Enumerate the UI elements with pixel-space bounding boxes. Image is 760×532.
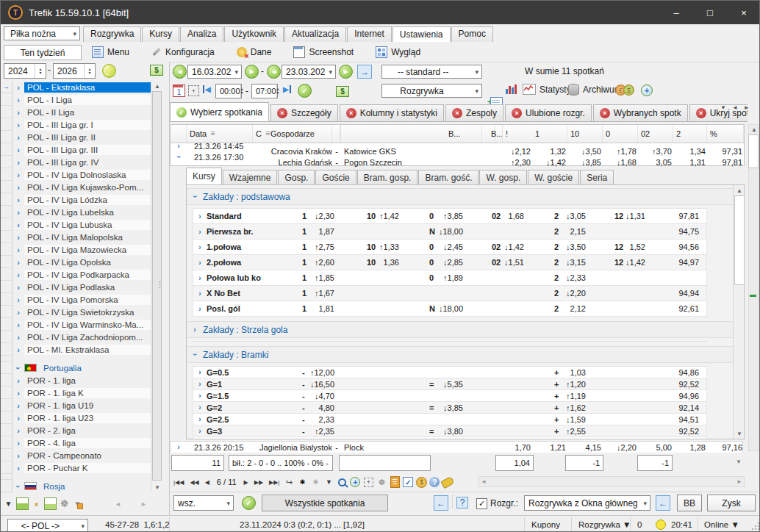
odds-row[interactable]: › X No Bet 1↑1,67 2↓2,20 94,94 xyxy=(193,286,707,301)
league-list-item[interactable]: › xyxy=(1,474,151,480)
category-select[interactable]: Rozgrywka ▾ xyxy=(381,84,482,98)
chevron-right-icon[interactable]: › xyxy=(12,345,24,354)
league-list-item[interactable]: › POL - I Liga xyxy=(1,93,151,106)
league-list-item[interactable]: › POL - IV Liga Lubelska xyxy=(1,206,151,218)
view-tab[interactable]: ✓ Wybierz spotkania xyxy=(170,102,269,121)
horizontal-scrollbar[interactable]: ◄ ► xyxy=(478,476,745,487)
row-chevron-icon[interactable]: › xyxy=(193,228,207,236)
time-start-icon[interactable]: ◀ xyxy=(203,85,211,93)
league-list-item[interactable]: › POR - 1. liga xyxy=(1,374,151,387)
coins-icon[interactable]: € $ xyxy=(615,85,634,96)
scroll-right-icon[interactable]: ► xyxy=(736,478,742,485)
match-row[interactable]: › 21.3.26 17:30 Lechia Gdańsk - Pogon Sz… xyxy=(171,154,744,165)
menu-tab[interactable]: Użytkownik xyxy=(224,26,284,42)
coins-icon[interactable]: $ xyxy=(415,476,427,488)
view-tab[interactable]: × Szczegóły xyxy=(270,104,338,121)
country-nav-select[interactable]: <- POL -> ▾ xyxy=(7,519,88,532)
detail-subtab[interactable]: Bram. gość. xyxy=(418,170,478,184)
spinner-arrows-icon[interactable]: ▴▾ xyxy=(240,85,243,98)
league-list-item[interactable]: › POL - MI. Ekstraklasa xyxy=(1,343,151,356)
detail-subtab[interactable]: Bram. gosp. xyxy=(357,170,418,184)
match-row[interactable]: › 21.3.26 14:45 Cracovia Kraków - Katowi… xyxy=(171,143,744,154)
chevron-right-icon[interactable]: › xyxy=(12,121,24,129)
detail-subtab[interactable]: Kursy xyxy=(186,168,222,184)
scroll-up-icon[interactable]: ▲ xyxy=(734,185,745,195)
apply-time-button[interactable]: ✓ xyxy=(298,84,312,98)
league-list-item[interactable]: › POL - IV Liga Opolska xyxy=(1,256,151,268)
chevron-right-icon[interactable]: › xyxy=(12,170,24,179)
chevron-right-icon[interactable]: › xyxy=(12,220,24,229)
view-tab[interactable]: × Wybranych spotk xyxy=(593,104,688,121)
chevron-right-icon[interactable]: › xyxy=(12,270,24,279)
close-button[interactable]: × xyxy=(727,1,760,24)
panel-layout-icon[interactable] xyxy=(16,497,29,510)
date-prev-button[interactable]: ◀ xyxy=(173,65,187,79)
league-list-item[interactable]: › POR - 2. liga xyxy=(1,424,151,436)
scroll-up-icon[interactable]: ▲ xyxy=(748,124,760,134)
scroll-left-icon[interactable]: ◄ xyxy=(481,478,487,485)
spinner-arrows-icon[interactable]: ▴▾ xyxy=(35,64,46,78)
league-list-item[interactable]: › POL - IV Liga Podlaska xyxy=(1,281,151,293)
send-left-button-2[interactable]: ← xyxy=(656,495,670,511)
time-end-icon[interactable]: ▶ xyxy=(283,85,291,93)
league-list-item[interactable]: › POL - IV Liga Mazowiecka xyxy=(1,243,151,256)
odds-row[interactable]: › G=1 -↓16,50 =↓5,35 +↑1,20 92,52 xyxy=(193,378,707,390)
menu-tab[interactable]: Ustawienia xyxy=(392,26,451,42)
balance-field[interactable]: bił.: 2 - 0 - 0 .. 100% - 0% - xyxy=(229,455,333,471)
odds-row[interactable]: › G=1.5 -↓4,70 +↑1,19 94,96 xyxy=(193,390,707,402)
tab-menu-icon[interactable]: ▼ xyxy=(720,104,726,111)
view-tab[interactable]: × Ulubione rozgr. xyxy=(505,104,592,121)
row-chevron-icon[interactable]: › xyxy=(193,274,207,282)
row-chevron-icon[interactable]: › xyxy=(193,290,207,298)
online-status[interactable]: Online ▼ xyxy=(704,516,739,532)
clipboard-icon[interactable] xyxy=(389,476,401,488)
row-chevron-icon[interactable]: › xyxy=(193,243,207,251)
menu-tab[interactable]: Rozgrywka xyxy=(83,26,141,42)
pager-left-icon[interactable]: ◄ xyxy=(115,500,121,508)
odds-row[interactable]: › Połowa lub ko 1↑1,85 0↑1,89 2↓2,33 xyxy=(193,270,707,286)
main-right-scrollbar[interactable]: ▲ xyxy=(748,124,759,451)
chevron-right-icon[interactable]: › xyxy=(12,376,24,385)
menu-tab[interactable]: Pomoc xyxy=(451,26,493,42)
row-chevron-icon[interactable]: › xyxy=(193,212,207,220)
league-list-item[interactable]: › POL - IV Liga Pomorska xyxy=(1,293,151,306)
date2-next-button[interactable]: ▶ xyxy=(339,65,353,79)
league-list-item[interactable]: › POR - 1. liga U23 xyxy=(1,411,151,424)
odds-row[interactable]: › G=2.5 -2,33 +↓1,59 94,51 xyxy=(193,414,707,425)
chevron-right-icon[interactable]: › xyxy=(12,320,24,329)
row-chevron-icon[interactable]: › xyxy=(193,368,207,376)
tennis-ball-icon[interactable] xyxy=(102,64,116,78)
pager-right-icon[interactable]: ► xyxy=(140,500,147,508)
chevron-right-icon[interactable]: › xyxy=(14,481,23,492)
preset-select[interactable]: -- standard -- ▾ xyxy=(381,65,482,79)
time-from-spinner[interactable]: 00:00 ▴▾ xyxy=(215,84,242,98)
scrollbar-thumb[interactable] xyxy=(734,195,745,285)
ribbon-button[interactable]: Konfiguracja xyxy=(146,44,221,60)
chevron-right-icon[interactable]: › xyxy=(12,133,24,142)
scroll-up-icon[interactable]: ▲ xyxy=(151,81,163,91)
chevron-right-icon[interactable]: › xyxy=(12,96,24,104)
section-chevron-icon[interactable]: › xyxy=(191,347,199,363)
league-list-item[interactable]: › POL - IV Liga Malopolska xyxy=(1,231,151,243)
league-list-item[interactable]: › POL - III Liga gr. IV xyxy=(1,156,151,168)
chevron-right-icon[interactable]: › xyxy=(12,283,24,292)
bar-chart-icon[interactable] xyxy=(506,85,517,94)
scrollbar-thumb[interactable] xyxy=(152,91,162,481)
redo-icon[interactable]: ↪ xyxy=(283,476,295,488)
league-list-item[interactable]: › POR - Campeonato xyxy=(1,449,151,461)
year-to-spinner[interactable]: 2026 ▴▾ xyxy=(53,63,96,79)
chevron-right-icon[interactable]: › xyxy=(12,414,24,423)
chevron-right-icon[interactable]: › xyxy=(12,308,24,317)
league-list-item[interactable]: › POR - 1. liga U19 xyxy=(1,399,151,411)
league-list-item[interactable]: › POL - IV Liga Warminsko-Ma... xyxy=(1,318,151,331)
menu-tab[interactable]: Kursy xyxy=(142,26,179,42)
resize-grip[interactable] xyxy=(750,522,759,531)
chevron-right-icon[interactable]: › xyxy=(12,426,24,435)
section-chevron-icon[interactable]: › xyxy=(187,326,203,334)
league-list-item[interactable]: → › POL - Ekstraklasa xyxy=(1,81,151,93)
period-select[interactable]: Ten tydzień xyxy=(4,45,82,60)
scroll-down-icon[interactable]: ▼ xyxy=(151,482,163,492)
filter-funnel-icon[interactable]: ▼ xyxy=(323,476,334,488)
spinner-arrows-icon[interactable]: ▴▾ xyxy=(276,85,279,98)
league-list-item[interactable]: › POR - 1. liga K xyxy=(1,387,151,399)
